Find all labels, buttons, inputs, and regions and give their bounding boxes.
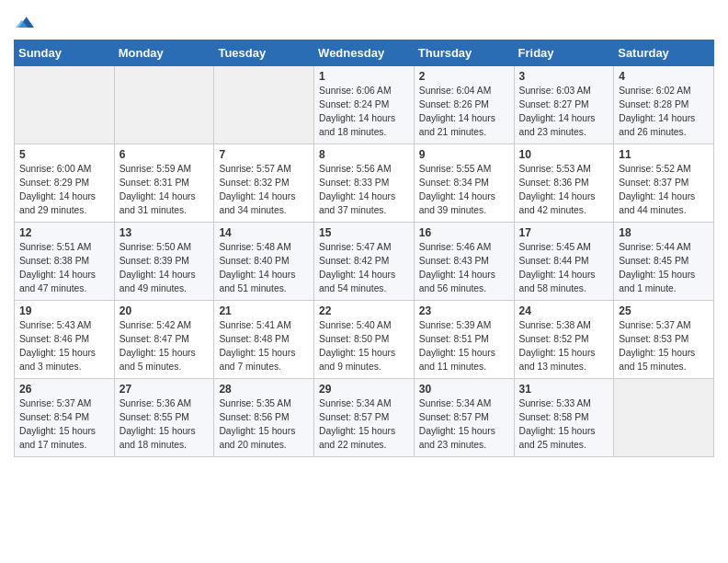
- week-row-1: 1Sunrise: 6:06 AM Sunset: 8:24 PM Daylig…: [15, 66, 714, 144]
- day-info: Sunrise: 5:51 AM Sunset: 8:38 PM Dayligh…: [19, 241, 109, 296]
- day-info: Sunrise: 6:00 AM Sunset: 8:29 PM Dayligh…: [19, 163, 109, 218]
- calendar-cell: [15, 66, 115, 144]
- day-info: Sunrise: 6:04 AM Sunset: 8:26 PM Dayligh…: [419, 85, 509, 140]
- day-number: 16: [419, 226, 509, 239]
- day-number: 26: [19, 383, 109, 396]
- day-header-wednesday: Wednesday: [314, 40, 415, 66]
- day-info: Sunrise: 5:38 AM Sunset: 8:52 PM Dayligh…: [519, 319, 609, 374]
- calendar-cell: 29Sunrise: 5:34 AM Sunset: 8:57 PM Dayli…: [314, 379, 415, 457]
- day-header-saturday: Saturday: [614, 40, 714, 66]
- calendar-cell: 30Sunrise: 5:34 AM Sunset: 8:57 PM Dayli…: [414, 379, 514, 457]
- day-number: 21: [219, 304, 309, 317]
- day-header-friday: Friday: [514, 40, 614, 66]
- day-info: Sunrise: 5:42 AM Sunset: 8:47 PM Dayligh…: [119, 319, 210, 374]
- calendar-cell: 8Sunrise: 5:56 AM Sunset: 8:33 PM Daylig…: [314, 144, 415, 223]
- day-info: Sunrise: 5:48 AM Sunset: 8:40 PM Dayligh…: [219, 241, 309, 296]
- day-number: 25: [619, 304, 709, 317]
- calendar-header: SundayMondayTuesdayWednesdayThursdayFrid…: [15, 40, 714, 66]
- day-info: Sunrise: 5:41 AM Sunset: 8:48 PM Dayligh…: [219, 319, 309, 374]
- logo-icon: [16, 14, 34, 32]
- calendar-cell: 23Sunrise: 5:39 AM Sunset: 8:51 PM Dayli…: [414, 301, 514, 379]
- day-number: 15: [319, 226, 409, 239]
- day-number: 31: [519, 383, 609, 396]
- calendar-cell: 6Sunrise: 5:59 AM Sunset: 8:31 PM Daylig…: [114, 144, 214, 223]
- day-info: Sunrise: 5:50 AM Sunset: 8:39 PM Dayligh…: [119, 241, 210, 296]
- calendar-cell: 20Sunrise: 5:42 AM Sunset: 8:47 PM Dayli…: [114, 301, 214, 379]
- week-row-5: 26Sunrise: 5:37 AM Sunset: 8:54 PM Dayli…: [15, 379, 714, 457]
- day-header-sunday: Sunday: [15, 40, 115, 66]
- day-info: Sunrise: 5:56 AM Sunset: 8:33 PM Dayligh…: [319, 163, 409, 218]
- day-info: Sunrise: 5:39 AM Sunset: 8:51 PM Dayligh…: [419, 319, 509, 374]
- day-info: Sunrise: 5:45 AM Sunset: 8:44 PM Dayligh…: [519, 241, 609, 296]
- calendar-cell: 28Sunrise: 5:35 AM Sunset: 8:56 PM Dayli…: [214, 379, 314, 457]
- calendar-cell: 31Sunrise: 5:33 AM Sunset: 8:58 PM Dayli…: [514, 379, 614, 457]
- calendar-cell: 27Sunrise: 5:36 AM Sunset: 8:55 PM Dayli…: [114, 379, 214, 457]
- day-number: 23: [419, 304, 509, 317]
- day-number: 8: [319, 148, 409, 161]
- day-number: 2: [419, 70, 509, 83]
- calendar-cell: 11Sunrise: 5:52 AM Sunset: 8:37 PM Dayli…: [614, 144, 714, 223]
- day-number: 22: [319, 304, 409, 317]
- day-number: 29: [319, 383, 409, 396]
- day-info: Sunrise: 5:59 AM Sunset: 8:31 PM Dayligh…: [119, 163, 210, 218]
- calendar-cell: 21Sunrise: 5:41 AM Sunset: 8:48 PM Dayli…: [214, 301, 314, 379]
- week-row-4: 19Sunrise: 5:43 AM Sunset: 8:46 PM Dayli…: [15, 301, 714, 379]
- day-info: Sunrise: 6:02 AM Sunset: 8:28 PM Dayligh…: [619, 85, 709, 140]
- day-number: 24: [519, 304, 609, 317]
- calendar-cell: 13Sunrise: 5:50 AM Sunset: 8:39 PM Dayli…: [114, 223, 214, 301]
- calendar-cell: 9Sunrise: 5:55 AM Sunset: 8:34 PM Daylig…: [414, 144, 514, 223]
- calendar-body: 1Sunrise: 6:06 AM Sunset: 8:24 PM Daylig…: [15, 66, 714, 457]
- calendar-cell: 10Sunrise: 5:53 AM Sunset: 8:36 PM Dayli…: [514, 144, 614, 223]
- calendar-cell: 24Sunrise: 5:38 AM Sunset: 8:52 PM Dayli…: [514, 301, 614, 379]
- calendar-cell: 25Sunrise: 5:37 AM Sunset: 8:53 PM Dayli…: [614, 301, 714, 379]
- calendar-cell: 18Sunrise: 5:44 AM Sunset: 8:45 PM Dayli…: [614, 223, 714, 301]
- day-header-monday: Monday: [114, 40, 214, 66]
- day-info: Sunrise: 5:35 AM Sunset: 8:56 PM Dayligh…: [219, 397, 309, 453]
- day-number: 12: [19, 226, 109, 239]
- day-info: Sunrise: 5:37 AM Sunset: 8:54 PM Dayligh…: [19, 397, 109, 453]
- day-number: 3: [519, 70, 609, 83]
- day-info: Sunrise: 6:03 AM Sunset: 8:27 PM Dayligh…: [519, 85, 609, 140]
- day-info: Sunrise: 5:44 AM Sunset: 8:45 PM Dayligh…: [619, 241, 709, 296]
- day-info: Sunrise: 5:46 AM Sunset: 8:43 PM Dayligh…: [419, 241, 509, 296]
- calendar-cell: 12Sunrise: 5:51 AM Sunset: 8:38 PM Dayli…: [15, 223, 115, 301]
- calendar-cell: 26Sunrise: 5:37 AM Sunset: 8:54 PM Dayli…: [15, 379, 115, 457]
- day-number: 17: [519, 226, 609, 239]
- day-number: 10: [519, 148, 609, 161]
- calendar-cell: 4Sunrise: 6:02 AM Sunset: 8:28 PM Daylig…: [614, 66, 714, 144]
- calendar-cell: [114, 66, 214, 144]
- day-number: 1: [319, 70, 409, 83]
- calendar-cell: 7Sunrise: 5:57 AM Sunset: 8:32 PM Daylig…: [214, 144, 314, 223]
- day-info: Sunrise: 5:37 AM Sunset: 8:53 PM Dayligh…: [619, 319, 709, 374]
- day-number: 18: [619, 226, 709, 239]
- day-info: Sunrise: 5:43 AM Sunset: 8:46 PM Dayligh…: [19, 319, 109, 374]
- logo: [14, 14, 34, 32]
- week-row-3: 12Sunrise: 5:51 AM Sunset: 8:38 PM Dayli…: [15, 223, 714, 301]
- calendar-table: SundayMondayTuesdayWednesdayThursdayFrid…: [14, 40, 714, 457]
- day-number: 6: [119, 148, 210, 161]
- day-info: Sunrise: 5:52 AM Sunset: 8:37 PM Dayligh…: [619, 163, 709, 218]
- calendar-cell: [614, 379, 714, 457]
- calendar-cell: 2Sunrise: 6:04 AM Sunset: 8:26 PM Daylig…: [414, 66, 514, 144]
- day-number: 14: [219, 226, 309, 239]
- day-number: 4: [619, 70, 709, 83]
- day-info: Sunrise: 6:06 AM Sunset: 8:24 PM Dayligh…: [319, 85, 409, 140]
- day-info: Sunrise: 5:55 AM Sunset: 8:34 PM Dayligh…: [419, 163, 509, 218]
- day-number: 9: [419, 148, 509, 161]
- header-row: SundayMondayTuesdayWednesdayThursdayFrid…: [15, 40, 714, 66]
- page-header: [14, 9, 714, 32]
- day-number: 11: [619, 148, 709, 161]
- calendar-cell: 5Sunrise: 6:00 AM Sunset: 8:29 PM Daylig…: [15, 144, 115, 223]
- day-info: Sunrise: 5:47 AM Sunset: 8:42 PM Dayligh…: [319, 241, 409, 296]
- calendar-cell: 1Sunrise: 6:06 AM Sunset: 8:24 PM Daylig…: [314, 66, 415, 144]
- day-info: Sunrise: 5:34 AM Sunset: 8:57 PM Dayligh…: [319, 397, 409, 453]
- day-number: 7: [219, 148, 309, 161]
- day-info: Sunrise: 5:36 AM Sunset: 8:55 PM Dayligh…: [119, 397, 210, 453]
- day-number: 20: [119, 304, 210, 317]
- calendar-cell: 22Sunrise: 5:40 AM Sunset: 8:50 PM Dayli…: [314, 301, 415, 379]
- calendar-cell: 15Sunrise: 5:47 AM Sunset: 8:42 PM Dayli…: [314, 223, 415, 301]
- day-header-thursday: Thursday: [414, 40, 514, 66]
- calendar-cell: [214, 66, 314, 144]
- day-number: 5: [19, 148, 109, 161]
- day-number: 28: [219, 383, 309, 396]
